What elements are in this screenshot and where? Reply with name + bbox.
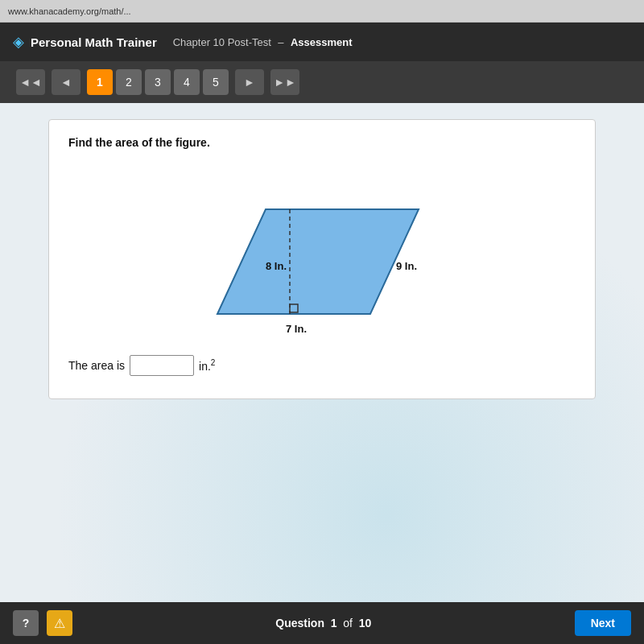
help-button[interactable]: ?: [13, 610, 39, 636]
nav-prev-prev-button[interactable]: ◄◄: [16, 69, 45, 95]
answer-unit: in.2: [199, 358, 215, 373]
page-button-5[interactable]: 5: [203, 69, 229, 95]
question-card: Find the area of the figure. 8 In. 9 In.: [48, 119, 596, 399]
answer-prefix: The area is: [68, 359, 125, 372]
warning-button[interactable]: ⚠: [47, 610, 72, 636]
svg-text:9 In.: 9 In.: [396, 260, 417, 272]
logo-icon: ◈: [13, 33, 24, 51]
app-logo: ◈ Personal Math Trainer: [13, 33, 157, 51]
nav-next-button[interactable]: ►: [235, 69, 264, 95]
assessment-text: Assessment: [291, 36, 353, 48]
svg-marker-0: [217, 209, 419, 314]
figure-area: 8 In. 9 In. 7 In.: [68, 165, 576, 342]
page-button-4[interactable]: 4: [174, 69, 200, 95]
browser-bar: www.khanacademy.org/math/...: [0, 0, 644, 23]
question-counter: Question 1 of 10: [80, 617, 567, 630]
app-title: Personal Math Trainer: [31, 35, 157, 49]
nav-next-next-button[interactable]: ►►: [270, 69, 299, 95]
header-chapter-info: Chapter 10 Post-Test – Assessment: [173, 35, 353, 49]
main-content: Find the area of the figure. 8 In. 9 In.: [0, 103, 644, 618]
answer-area: The area is in.2: [68, 355, 576, 376]
svg-text:8 In.: 8 In.: [266, 260, 287, 272]
question-instruction: Find the area of the figure.: [68, 136, 576, 149]
page-button-1[interactable]: 1: [87, 69, 113, 95]
next-button[interactable]: Next: [575, 610, 631, 636]
svg-text:7 In.: 7 In.: [286, 323, 307, 335]
page-button-3[interactable]: 3: [145, 69, 171, 95]
page-button-2[interactable]: 2: [116, 69, 142, 95]
nav-prev-button[interactable]: ◄: [52, 69, 80, 95]
answer-input[interactable]: [130, 355, 194, 376]
chapter-text: Chapter 10 Post-Test: [173, 36, 271, 48]
separator: –: [278, 36, 283, 48]
figure-svg: 8 In. 9 In. 7 In.: [185, 165, 459, 342]
bottom-bar: ? ⚠ Question 1 of 10 Next: [0, 602, 644, 644]
nav-bar: ◄◄ ◄ 1 2 3 4 5 ► ►►: [0, 61, 644, 103]
page-buttons: 1 2 3 4 5: [87, 69, 229, 95]
browser-url: www.khanacademy.org/math/...: [8, 6, 131, 16]
app-header: ◈ Personal Math Trainer Chapter 10 Post-…: [0, 23, 644, 61]
